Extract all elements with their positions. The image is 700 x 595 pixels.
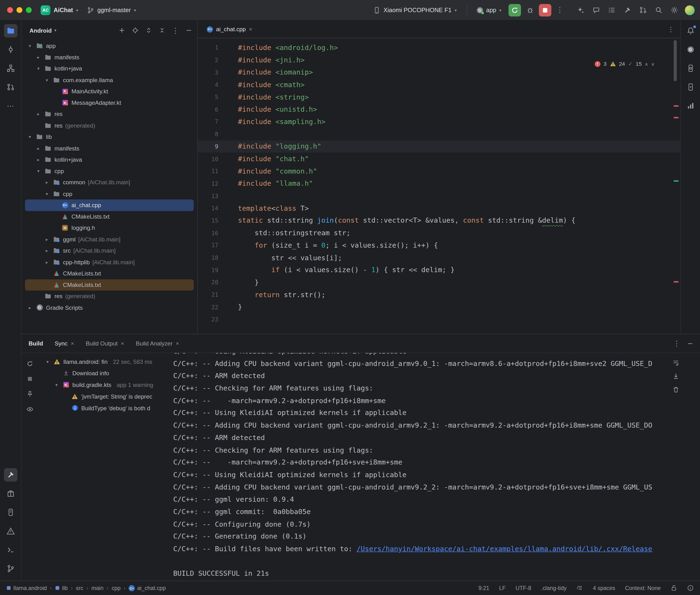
build-tab-sync[interactable]: Sync×	[55, 340, 74, 347]
build-options-icon[interactable]: ⋮	[673, 339, 680, 348]
pin-tab-icon[interactable]	[26, 390, 34, 398]
code-line-22[interactable]: 22}	[198, 301, 680, 313]
chevron-closed-icon[interactable]: ▸	[44, 180, 50, 185]
tree-item-kotlin-java[interactable]: ▸kotlin+java	[25, 154, 194, 166]
tree-item-res[interactable]: res (generated)	[25, 290, 194, 302]
clear-output-icon[interactable]	[671, 385, 680, 394]
editor-scrollbar[interactable]	[674, 40, 677, 81]
line-separator[interactable]: LF	[499, 585, 506, 591]
code-line-10[interactable]: 10#include "chat.h"	[198, 152, 680, 165]
chevron-open-icon[interactable]: ▾	[27, 135, 33, 140]
close-window-button[interactable]	[7, 7, 13, 13]
prev-problem-icon[interactable]: ∧	[645, 61, 648, 66]
breadcrumb-llama-android[interactable]: llama.android	[6, 585, 47, 591]
chevron-open-icon[interactable]: ▾	[54, 382, 59, 387]
code-line-14[interactable]: 14template<class T>	[198, 202, 680, 215]
tree-item-common[interactable]: ▸common [AiChat.lib.main]	[25, 177, 194, 188]
notifications-icon[interactable]	[684, 24, 697, 37]
chevron-closed-icon[interactable]: ▸	[27, 305, 33, 310]
problems-tool-icon[interactable]	[4, 524, 17, 538]
code-line-4[interactable]: 4#include <cmath>	[198, 79, 680, 91]
line-number[interactable]: 9	[198, 143, 218, 150]
tree-item-gradle-scripts[interactable]: ▸GGradle Scripts	[25, 302, 194, 313]
next-problem-icon[interactable]: ∨	[651, 61, 654, 66]
error-stripe-mark[interactable]	[674, 117, 678, 118]
gradle-tool-icon[interactable]: G	[684, 43, 697, 56]
tree-item-cmakelists-txt[interactable]: CMakeLists.txt	[25, 268, 194, 279]
editor-tab-ai-chat-cpp[interactable]: C+ ai_chat.cpp ×	[201, 21, 257, 38]
line-number[interactable]: 3	[198, 69, 218, 76]
line-number[interactable]: 7	[198, 119, 218, 125]
code-line-18[interactable]: 18 str << values[i];	[198, 252, 680, 264]
line-number[interactable]: 8	[198, 131, 218, 137]
settings-icon[interactable]	[668, 4, 680, 16]
close-tab-icon[interactable]: ×	[71, 340, 74, 347]
line-number[interactable]: 15	[198, 217, 218, 224]
locate-file-icon[interactable]	[130, 26, 140, 35]
code-line-21[interactable]: 21 return str.str();	[198, 289, 680, 301]
terminal-tool-icon[interactable]	[4, 543, 17, 557]
code-line-20[interactable]: 20 }	[198, 276, 680, 289]
lock-icon[interactable]	[670, 585, 677, 591]
breadcrumb-ai-chat-cpp[interactable]: C+ai_chat.cpp	[129, 585, 166, 591]
tree-item-res[interactable]: ▸res	[25, 108, 194, 120]
tree-item-ai-chat-cpp[interactable]: C+ai_chat.cpp	[25, 200, 194, 211]
scroll-to-end-icon[interactable]	[671, 372, 680, 380]
tree-item-logging-h[interactable]: Hlogging.h	[25, 222, 194, 233]
breadcrumb-lib[interactable]: lib	[55, 585, 68, 591]
line-number[interactable]: 10	[198, 155, 218, 162]
tree-item-cmakelists-txt[interactable]: CMakeLists.txt	[25, 279, 194, 290]
commit-tool-icon[interactable]	[4, 43, 17, 56]
chevron-closed-icon[interactable]: ▸	[44, 237, 50, 242]
soft-wrap-icon[interactable]	[671, 358, 680, 367]
branch-widget[interactable]: ggml-master ▾	[83, 3, 141, 17]
inspections-widget[interactable]: ! 3 24 ✓ 15 ∧ ∨	[594, 61, 654, 67]
line-number[interactable]: 18	[198, 254, 218, 261]
chevron-open-icon[interactable]: ▾	[27, 43, 33, 48]
stop-build-icon[interactable]	[26, 374, 34, 383]
code-line-3[interactable]: 3#include <iomanip>	[198, 66, 680, 79]
version-control-tool-icon[interactable]	[4, 562, 17, 575]
device-explorer-icon[interactable]	[684, 62, 697, 75]
tree-item-kotlin-java[interactable]: ▾kotlin+java	[25, 63, 194, 74]
indent-style[interactable]: 4 spaces	[593, 585, 615, 591]
device-selector[interactable]: Xiaomi POCOPHONE F1 ▾	[369, 3, 461, 17]
run-config-selector[interactable]: G app ▾	[472, 3, 506, 17]
hide-panel-icon[interactable]	[184, 26, 194, 35]
more-tools-icon[interactable]: ⋯	[4, 99, 17, 112]
tree-item-messageadapter-kt[interactable]: KMessageAdapter.kt	[25, 97, 194, 109]
code-line-16[interactable]: 16 std::ostringstream str;	[198, 227, 680, 239]
breadcrumb-cpp[interactable]: cpp	[112, 585, 121, 591]
add-icon[interactable]	[117, 26, 127, 35]
more-actions-icon[interactable]: ⋮	[554, 4, 566, 16]
build-tab-build-output[interactable]: Build Output×	[86, 340, 124, 347]
hide-build-panel-icon[interactable]	[687, 340, 694, 347]
line-number[interactable]: 16	[198, 230, 218, 236]
line-number[interactable]: 13	[198, 193, 218, 199]
stop-button[interactable]	[539, 4, 551, 16]
tree-item-src[interactable]: ▸src [AiChat.lib.main]	[25, 245, 194, 256]
todo-list-icon[interactable]	[606, 4, 618, 16]
line-number[interactable]: 5	[198, 94, 218, 101]
code-line-8[interactable]: 8	[198, 128, 680, 140]
line-number[interactable]: 21	[198, 291, 218, 298]
build-path-link[interactable]: /Users/hanyin/Workspace/ai-chat/examples…	[357, 545, 652, 553]
tree-item-cmakelists-txt[interactable]: CMakeLists.txt	[25, 211, 194, 222]
build-tree-item-jvmtarget-string-is-deprec[interactable]: 'jvmTarget: String' is deprec	[45, 391, 168, 402]
chevron-closed-icon[interactable]: ▸	[35, 112, 41, 117]
expand-all-icon[interactable]	[144, 26, 153, 35]
info-stripe-mark[interactable]	[674, 180, 678, 182]
info-icon[interactable]	[687, 585, 694, 591]
code-line-1[interactable]: 1#include <android/log.h>	[198, 41, 680, 54]
context-widget[interactable]: Context: None	[625, 585, 661, 591]
chevron-closed-icon[interactable]: ▸	[44, 259, 50, 264]
chevron-closed-icon[interactable]: ▸	[35, 55, 41, 60]
tree-item-com-example-llama[interactable]: ▾com.example.llama	[25, 74, 194, 86]
tree-item-app[interactable]: ▾app	[25, 40, 194, 52]
search-everywhere-icon[interactable]	[653, 4, 664, 16]
build-panel-title[interactable]: Build	[29, 340, 43, 347]
file-encoding[interactable]: UTF-8	[515, 585, 531, 591]
dependencies-tool-icon[interactable]	[4, 487, 17, 500]
project-widget[interactable]: AC AiChat ▾	[36, 3, 83, 17]
code-style-icon[interactable]	[577, 585, 583, 591]
